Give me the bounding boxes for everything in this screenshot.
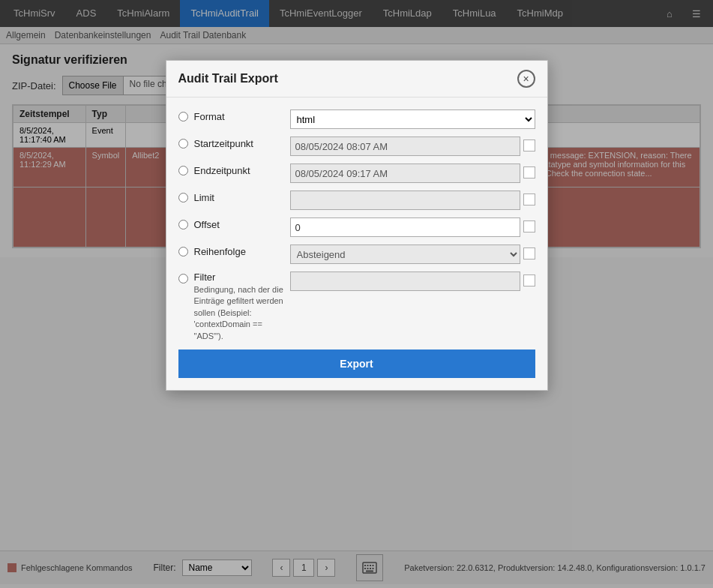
offset-label: Offset xyxy=(194,218,284,230)
limit-checkbox[interactable] xyxy=(523,194,535,206)
reihenfolge-checkbox[interactable] xyxy=(523,248,535,260)
modal: Audit Trail Export × Format html csv jso… xyxy=(166,60,548,391)
format-select[interactable]: html csv json xyxy=(290,110,535,129)
limit-control xyxy=(290,190,535,210)
filter-field-row: Filter Bedingung, nach der die Einträge … xyxy=(178,272,535,342)
reihenfolge-row: Reihenfolge Absteigend Aufsteigend xyxy=(178,244,535,264)
start-input[interactable] xyxy=(290,136,520,156)
limit-radio[interactable] xyxy=(178,193,188,202)
end-radio[interactable] xyxy=(178,166,188,176)
end-control xyxy=(290,164,535,183)
modal-overlay: Audit Trail Export × Format html csv jso… xyxy=(0,44,713,584)
limit-label: Limit xyxy=(194,190,284,203)
limit-row: Limit xyxy=(178,190,535,210)
content-wrapper: Signatur verifizieren ZIP-Datei: Choose … xyxy=(0,44,713,584)
reihenfolge-control: Absteigend Aufsteigend xyxy=(290,244,535,264)
offset-checkbox[interactable] xyxy=(523,220,535,232)
filter-description: Bedingung, nach der die Einträge gefilte… xyxy=(194,284,284,342)
format-row: Format html csv json xyxy=(178,110,535,129)
end-checkbox[interactable] xyxy=(523,166,535,178)
reihenfolge-radio[interactable] xyxy=(178,247,188,256)
modal-body: Format html csv json Startzeitpunkt xyxy=(166,98,547,390)
modal-close-button[interactable]: × xyxy=(517,70,535,88)
format-control: html csv json xyxy=(290,110,535,129)
format-label: Format xyxy=(194,110,284,122)
filter-field-input[interactable] xyxy=(290,272,520,291)
filter-field-radio[interactable] xyxy=(178,274,188,284)
end-input[interactable] xyxy=(290,164,520,183)
filter-field-control xyxy=(290,272,535,291)
start-control xyxy=(290,136,535,156)
filter-field-label: Filter xyxy=(194,270,216,283)
start-radio[interactable] xyxy=(178,139,188,148)
offset-radio[interactable] xyxy=(178,220,188,230)
reihenfolge-select[interactable]: Absteigend Aufsteigend xyxy=(290,244,520,264)
offset-input[interactable] xyxy=(290,218,520,237)
filter-field-checkbox[interactable] xyxy=(523,274,535,286)
reihenfolge-label: Reihenfolge xyxy=(194,244,284,257)
modal-header: Audit Trail Export × xyxy=(166,61,547,98)
end-row: Endzeitpunkt xyxy=(178,164,535,183)
start-row: Startzeitpunkt xyxy=(178,136,535,156)
format-radio[interactable] xyxy=(178,112,188,122)
modal-title: Audit Trail Export xyxy=(178,72,278,86)
start-label: Startzeitpunkt xyxy=(194,136,284,149)
offset-row: Offset xyxy=(178,218,535,237)
limit-input[interactable] xyxy=(290,190,520,210)
start-checkbox[interactable] xyxy=(523,140,535,152)
export-button[interactable]: Export xyxy=(178,350,535,378)
end-label: Endzeitpunkt xyxy=(194,164,284,176)
offset-control xyxy=(290,218,535,237)
